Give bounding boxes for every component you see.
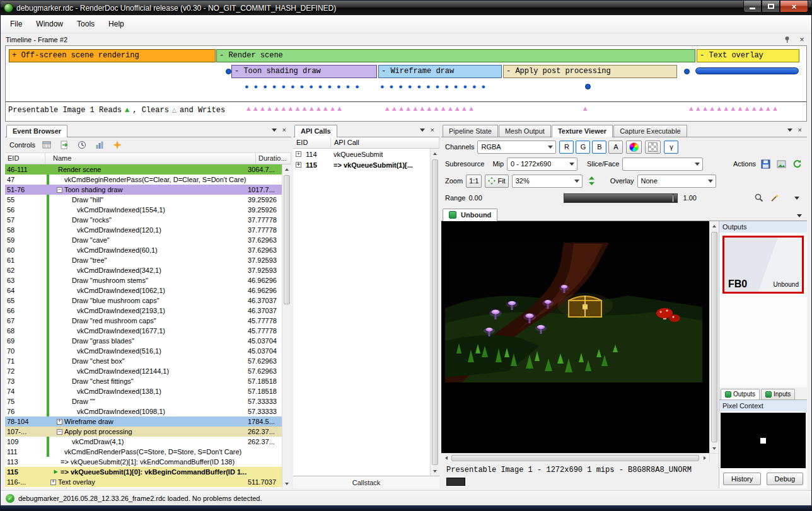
column-eid[interactable]: EID <box>293 137 331 148</box>
refresh-icon[interactable] <box>791 158 803 170</box>
event-row[interactable]: 68 vkCmdDrawIndexed(1677,1) 45.77778 <box>5 326 282 336</box>
tree-toggle-icon[interactable] <box>296 162 301 168</box>
event-row[interactable]: 107-... Apply post processing 262.37... <box>5 427 282 437</box>
event-row[interactable]: 109 vkCmdDraw(4,1) 262.37... <box>5 437 282 447</box>
usage-marker-single[interactable]: ▲ <box>583 105 590 113</box>
draw-dot[interactable] <box>585 84 591 89</box>
scrollbar-thumb[interactable] <box>451 455 699 461</box>
column-name[interactable]: Name <box>50 153 256 164</box>
tab-event-browser[interactable]: Event Browser <box>6 125 67 137</box>
event-row[interactable]: 78-104 Wireframe draw 1784.5... <box>5 416 282 427</box>
chevron-down-icon[interactable] <box>794 197 799 200</box>
autofit-wand-icon[interactable] <box>768 192 781 204</box>
texture-list-dropdown-icon[interactable] <box>797 214 802 217</box>
timeline-bar-post[interactable]: - Apply post processing <box>503 65 677 78</box>
channel-toggle-button[interactable]: R <box>559 141 574 154</box>
timeline-bar-offscreen[interactable]: + Off-screen scene rendering <box>9 49 216 62</box>
dock-tab[interactable]: Capture Executable <box>613 125 687 137</box>
pin-icon[interactable] <box>782 35 791 44</box>
minimize-button[interactable] <box>743 1 762 13</box>
close-panel-icon[interactable]: × <box>798 127 802 134</box>
wireframe-draw-dots[interactable]: ●●●●●●●●●●●● <box>380 84 490 91</box>
close-panel-icon[interactable]: × <box>282 127 286 134</box>
scroll-down-icon[interactable] <box>431 466 439 476</box>
draw-dot[interactable] <box>684 69 690 74</box>
zoom-range-icon[interactable] <box>753 192 765 204</box>
event-row[interactable]: 58 vkCmdDrawIndexed(120,1) 37.77778 <box>5 225 282 235</box>
tree-toggle-icon[interactable] <box>57 429 62 435</box>
menu-item[interactable]: Window <box>29 16 70 32</box>
open-in-viewer-icon[interactable] <box>775 158 787 170</box>
texture-hscrollbar[interactable] <box>441 453 709 462</box>
event-row[interactable]: 71 Draw "chest box" 57.62963 <box>5 356 282 366</box>
event-row[interactable]: 69 Draw "grass blades" 45.03704 <box>5 336 282 346</box>
tab-api-calls[interactable]: API Calls <box>294 125 337 137</box>
scroll-up-icon[interactable] <box>282 164 291 174</box>
usage-markers[interactable]: ▲▲▲▲▲▲▲▲▲▲▲▲▲ <box>385 105 476 113</box>
scroll-down-icon[interactable] <box>282 479 291 488</box>
event-row[interactable]: 47 vkCmdBeginRenderPass(C=Clear, D=Clear… <box>5 175 282 185</box>
colorwheel-button[interactable] <box>626 141 642 154</box>
callstack-section[interactable]: Callstack <box>293 476 439 488</box>
event-row[interactable]: 62 vkCmdDrawIndexed(342,1) 37.92593 <box>5 265 282 275</box>
tab-unbound-texture[interactable]: Unbound <box>443 209 497 221</box>
title-bar[interactable]: debugmarker.rdc - RenderDoc Unofficial r… <box>1 1 811 15</box>
texture-display[interactable] <box>441 221 709 453</box>
scroll-left-icon[interactable] <box>441 454 451 462</box>
gamma-button[interactable]: γ <box>664 141 678 154</box>
debug-button[interactable]: Debug <box>767 473 803 485</box>
event-row[interactable]: 111 vkCmdEndRenderPass(C=Store, D=Store,… <box>5 447 282 457</box>
event-row[interactable]: 70 vkCmdDrawIndexed(516,1) 45.03704 <box>5 346 282 356</box>
api-call-row[interactable]: 115 => vkQueueSubmit(1)[... <box>293 159 430 170</box>
event-row[interactable]: 60 vkCmdDrawIndexed(60,1) 37.62963 <box>5 245 282 255</box>
channels-select[interactable]: RGBA <box>477 141 556 154</box>
event-browser-vscrollbar[interactable] <box>282 164 291 488</box>
tree-toggle-icon[interactable] <box>50 479 56 485</box>
event-row[interactable]: 46-111 Render scene 3064.7... <box>5 164 282 175</box>
event-row[interactable]: 75 Draw "" 57.33333 <box>5 396 282 406</box>
event-row[interactable]: 55 Draw "hill" 39.25926 <box>5 195 282 205</box>
menu-item[interactable]: File <box>3 16 29 32</box>
flip-y-icon[interactable] <box>586 175 598 187</box>
maximize-button[interactable] <box>762 1 780 13</box>
event-row[interactable]: 116-... Text overlay 511.7037 <box>5 477 282 487</box>
dock-tab[interactable]: Mesh Output <box>499 125 551 137</box>
mip-select[interactable]: 0 - 1272x690 <box>507 158 577 171</box>
event-row[interactable]: 65 Draw "blue mushroom caps" 46.37037 <box>5 296 282 306</box>
event-row[interactable]: 61 Draw "tree" 37.92593 <box>5 255 282 265</box>
event-row[interactable]: 56 vkCmdDrawIndexed(1554,1) 39.25926 <box>5 205 282 215</box>
scrollbar-thumb[interactable] <box>711 232 717 442</box>
usage-markers[interactable]: ▲▲▲▲▲▲▲▲▲▲▲▲▲▲ <box>246 105 344 113</box>
close-button[interactable]: × <box>780 1 808 13</box>
dock-tab[interactable]: Texture Viewer <box>552 125 613 137</box>
column-eid[interactable]: EID <box>5 153 45 164</box>
api-calls-vscrollbar[interactable] <box>430 149 439 476</box>
resource-tab[interactable]: Outputs <box>721 389 760 399</box>
pixel-context-view[interactable] <box>721 413 806 468</box>
event-row[interactable]: 73 Draw "chest fittings" 57.18518 <box>5 376 282 386</box>
usage-markers[interactable]: ▲▲▲▲▲▲▲▲▲▲▲▲▲ <box>689 105 780 113</box>
fit-button[interactable]: Fit <box>485 175 508 188</box>
close-panel-icon[interactable]: × <box>798 35 806 44</box>
dock-tab[interactable]: Pipeline State <box>443 125 498 137</box>
event-row[interactable]: 59 Draw "cave" 37.62963 <box>5 235 282 245</box>
filter-icon[interactable] <box>40 139 53 151</box>
slice-face-select[interactable] <box>622 158 703 171</box>
event-row[interactable]: 63 Draw "mushroom stems" 46.96296 <box>5 275 282 285</box>
goto-eid-icon[interactable] <box>58 139 71 151</box>
column-duration[interactable]: Duratio... <box>256 153 291 164</box>
close-panel-icon[interactable]: × <box>431 127 434 134</box>
channel-toggle-button[interactable]: A <box>608 141 623 154</box>
stats-icon[interactable] <box>93 139 106 151</box>
zoom-select[interactable]: 32% <box>512 175 583 188</box>
zoom-1to1-button[interactable]: 1:1 <box>466 175 482 188</box>
event-row[interactable]: 76 vkCmdDrawIndexed(1098,1) 57.33333 <box>5 406 282 416</box>
column-api-call[interactable]: API Call <box>331 137 439 148</box>
scroll-up-icon[interactable] <box>431 149 439 158</box>
event-row[interactable]: 113 => vkQueueSubmit(2)[1]: vkEndCommand… <box>5 457 282 467</box>
range-handle[interactable] <box>672 194 674 202</box>
texture-vscrollbar[interactable] <box>709 221 719 453</box>
tree-toggle-icon[interactable] <box>57 187 62 193</box>
event-row[interactable]: 115 => vkQueueSubmit(1)[0]: vkBeginComma… <box>5 467 282 477</box>
scrollbar-thumb[interactable] <box>432 159 438 465</box>
